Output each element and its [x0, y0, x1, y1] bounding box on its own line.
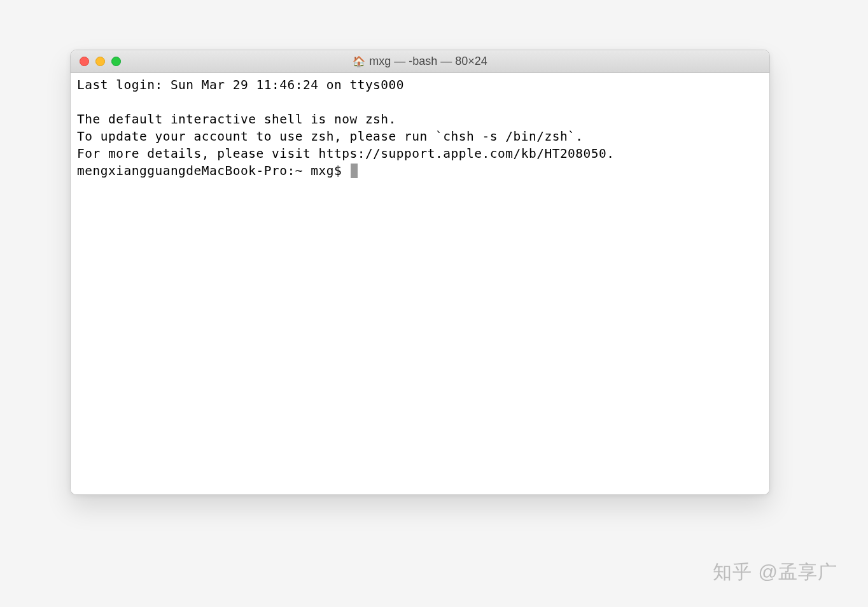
terminal-line: For more details, please visit https://s…: [77, 146, 615, 161]
maximize-button[interactable]: [111, 57, 121, 66]
terminal-line: Last login: Sun Mar 29 11:46:24 on ttys0…: [77, 78, 404, 92]
traffic-lights: [71, 57, 121, 66]
home-icon: 🏠: [353, 55, 365, 67]
terminal-line: The default interactive shell is now zsh…: [77, 112, 396, 127]
window-title-text: mxg — -bash — 80×24: [369, 55, 487, 68]
window-title: 🏠 mxg — -bash — 80×24: [353, 55, 487, 68]
close-button[interactable]: [80, 57, 89, 66]
minimize-button[interactable]: [95, 57, 105, 66]
cursor: [351, 164, 358, 178]
watermark: 知乎 @孟享广: [713, 559, 837, 585]
terminal-body[interactable]: Last login: Sun Mar 29 11:46:24 on ttys0…: [71, 73, 769, 494]
title-bar[interactable]: 🏠 mxg — -bash — 80×24: [71, 50, 769, 73]
terminal-window: 🏠 mxg — -bash — 80×24 Last login: Sun Ma…: [70, 50, 770, 495]
terminal-prompt: mengxiangguangdeMacBook-Pro:~ mxg$: [77, 164, 349, 178]
terminal-line: To update your account to use zsh, pleas…: [77, 129, 584, 144]
